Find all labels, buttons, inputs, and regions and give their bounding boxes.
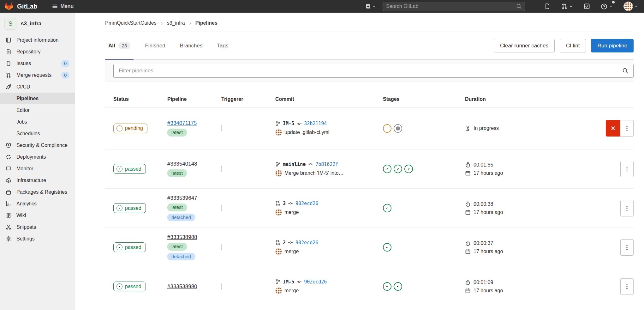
status-badge[interactable]: passed	[113, 242, 146, 252]
package-icon	[5, 189, 12, 195]
sidebar-item-schedules[interactable]: Schedules	[0, 128, 75, 139]
sidebar-item-packages-registries[interactable]: Packages & Registries	[0, 186, 75, 198]
sidebar-item-ci-cd[interactable]: CI/CD	[0, 81, 75, 93]
merge-requests-menu[interactable]	[560, 2, 574, 11]
sidebar-item-settings[interactable]: Settings	[0, 233, 75, 245]
status-badge[interactable]: passed	[113, 203, 146, 213]
commit-sha-link[interactable]: 32b21194	[304, 121, 327, 126]
cancel-pipeline-button[interactable]	[606, 120, 620, 137]
commit-icon	[296, 121, 302, 126]
commit-sha-link[interactable]: 7b81622f	[315, 161, 338, 167]
stage-passed-icon[interactable]	[383, 282, 391, 291]
stage-manual-icon[interactable]	[394, 124, 402, 133]
latest-badge[interactable]: latest	[167, 243, 187, 251]
commit-author-avatar[interactable]	[275, 248, 282, 255]
tab-all[interactable]: All23	[105, 32, 134, 59]
sidebar-item-security-compliance[interactable]: Security & Compliance	[0, 139, 75, 151]
sidebar-item-editor[interactable]: Editor	[0, 104, 75, 116]
todos-icon[interactable]	[582, 2, 591, 11]
commit-author-avatar[interactable]	[275, 129, 282, 136]
detached-badge[interactable]: detached	[167, 214, 195, 222]
ref-link[interactable]: 3	[283, 201, 286, 206]
sidebar-item-repository[interactable]: Repository	[0, 46, 75, 58]
stage-passed-icon[interactable]	[394, 282, 402, 291]
ci-lint-button[interactable]: CI lint	[560, 39, 586, 52]
triggerer-avatar[interactable]	[221, 166, 222, 172]
status-badge[interactable]: passed	[113, 164, 146, 174]
breadcrumb-item-s3-infra[interactable]: s3_infra	[167, 20, 185, 26]
latest-badge[interactable]: latest	[167, 204, 187, 211]
tab-finished[interactable]: Finished	[142, 32, 168, 59]
commit-sha-link[interactable]: 902ecd26	[304, 279, 327, 285]
commit-message-link[interactable]: merge	[284, 249, 299, 254]
commit-sha-link[interactable]: 902ecd26	[295, 201, 318, 206]
pipeline-id-link[interactable]: #334071175	[167, 120, 197, 126]
new-menu-button[interactable]	[364, 2, 378, 10]
triggerer-avatar[interactable]	[221, 205, 222, 211]
ref-link[interactable]: mainline	[283, 161, 306, 167]
sidebar-item-project-information[interactable]: Project information	[0, 34, 75, 46]
sidebar-item-monitor[interactable]: Monitor	[0, 163, 75, 174]
user-menu[interactable]	[622, 0, 640, 12]
clear-runner-caches-button[interactable]: Clear runner caches	[494, 39, 555, 52]
tab-branches[interactable]: Branches	[177, 32, 206, 59]
stage-passed-icon[interactable]	[383, 243, 391, 252]
commit-sha-link[interactable]: 902ecd26	[295, 240, 318, 246]
row-menu-button[interactable]	[620, 200, 634, 216]
help-menu[interactable]	[599, 2, 614, 11]
sidebar-project-link[interactable]: S s3_infra	[0, 15, 75, 34]
row-menu-button[interactable]	[620, 239, 634, 256]
tab-tags[interactable]: Tags	[214, 32, 232, 59]
stage-passed-icon[interactable]	[383, 165, 391, 173]
sidebar-item-issues[interactable]: Issues0	[0, 58, 75, 69]
pipeline-id-link[interactable]: #333539647	[167, 195, 197, 201]
commit-message-link[interactable]: Merge branch 'IM-5' into…	[284, 170, 344, 176]
issues-icon[interactable]	[543, 2, 552, 11]
stage-pending-icon[interactable]	[383, 124, 391, 133]
stage-passed-icon[interactable]	[383, 204, 391, 212]
sidebar-item-deployments[interactable]: Deployments	[0, 151, 75, 163]
pipeline-id-link[interactable]: #333538980	[167, 283, 197, 290]
sidebar-item-jobs[interactable]: Jobs	[0, 116, 75, 128]
status-badge[interactable]: pending	[113, 124, 147, 133]
status-badge[interactable]: passed	[113, 282, 146, 291]
commit-author-avatar[interactable]	[275, 209, 282, 216]
sidebar-item-analytics[interactable]: Analytics	[0, 198, 75, 210]
commit-message-link[interactable]: update .gitlab-ci.yml	[284, 130, 329, 135]
pipeline-id-link[interactable]: #333540148	[167, 161, 197, 167]
row-menu-button[interactable]	[620, 278, 634, 295]
sidebar-item-wiki[interactable]: Wiki	[0, 210, 75, 221]
row-menu-button[interactable]	[620, 120, 634, 137]
stage-passed-icon[interactable]	[404, 165, 413, 173]
filter-search-button[interactable]	[617, 64, 633, 77]
triggerer-avatar[interactable]	[221, 244, 222, 250]
commit-author-avatar[interactable]	[275, 170, 282, 177]
notification-dot	[612, 1, 615, 3]
latest-badge[interactable]: latest	[167, 129, 187, 137]
row-menu-button[interactable]	[620, 161, 634, 177]
breadcrumb-item-pmmquickstartguides[interactable]: PmmQuickStartGuides	[105, 20, 157, 26]
commit-message-link[interactable]: merge	[284, 210, 299, 215]
global-search-input[interactable]	[386, 3, 516, 9]
pipeline-id-link[interactable]: #333538988	[167, 234, 197, 240]
commit-message-link[interactable]: merge	[284, 288, 299, 294]
ref-link[interactable]: IM-5	[283, 121, 294, 126]
ref-link[interactable]: IM-5	[283, 279, 294, 285]
sidebar-item-pipelines[interactable]: Pipelines	[0, 93, 75, 104]
ref-link[interactable]: 2	[283, 240, 286, 246]
stage-passed-icon[interactable]	[394, 165, 402, 173]
latest-badge[interactable]: latest	[167, 169, 187, 177]
sidebar-item-infrastructure[interactable]: Infrastructure	[0, 174, 75, 186]
detached-badge[interactable]: detached	[167, 253, 195, 261]
sidebar-item-snippets[interactable]: Snippets	[0, 221, 75, 233]
triggerer-cell	[221, 205, 275, 211]
check-circle-icon	[116, 166, 122, 172]
menu-button[interactable]: Menu	[52, 3, 74, 9]
filter-pipelines-input[interactable]	[114, 64, 617, 77]
gitlab-logo[interactable]: GitLab	[4, 2, 38, 11]
triggerer-avatar[interactable]	[221, 283, 222, 289]
commit-author-avatar[interactable]	[275, 287, 282, 294]
triggerer-avatar[interactable]	[221, 125, 222, 131]
run-pipeline-button[interactable]: Run pipeline	[591, 39, 634, 52]
sidebar-item-merge-requests[interactable]: Merge requests0	[0, 69, 75, 81]
